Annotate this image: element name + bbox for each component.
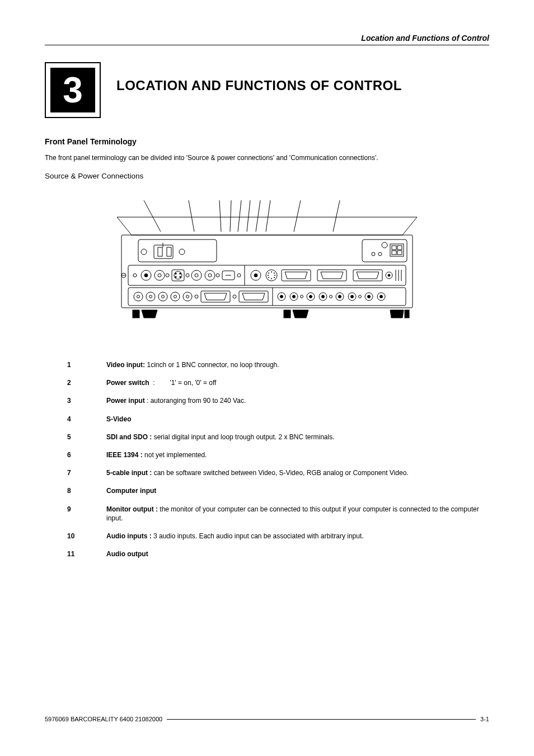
svg-point-34	[154, 270, 165, 280]
item-number: 6	[67, 450, 79, 459]
svg-rect-25	[397, 246, 402, 250]
item-body: SDI and SDO : serial digital input and l…	[106, 433, 489, 442]
item-label: Audio inputs :	[106, 532, 152, 540]
item-label: Computer input	[106, 487, 156, 495]
intro-text: The front panel terminology can be divid…	[45, 154, 489, 162]
list-item: 3 Power input : autoranging from 90 to 2…	[67, 396, 489, 405]
svg-point-77	[137, 295, 140, 298]
item-body: Power switch : '1' = on, '0' = off	[106, 378, 489, 387]
svg-line-10	[333, 200, 340, 232]
svg-point-81	[162, 295, 165, 298]
list-item: 1 Video input: 1cinch or 1 BNC connector…	[67, 360, 489, 369]
svg-point-96	[293, 295, 296, 298]
svg-rect-14	[158, 247, 162, 256]
item-label: IEEE 1394 :	[106, 451, 143, 459]
svg-point-97	[301, 295, 303, 298]
item-number: 10	[67, 532, 79, 541]
list-item: 2 Power switch : '1' = on, '0' = off	[67, 378, 489, 387]
item-body: Audio output	[106, 550, 489, 558]
svg-point-42	[180, 276, 181, 278]
svg-point-22	[378, 252, 382, 256]
svg-point-21	[372, 252, 375, 256]
svg-rect-114	[284, 310, 291, 318]
item-label: Power switch	[106, 379, 149, 387]
svg-rect-117	[405, 310, 409, 318]
svg-point-60	[274, 275, 275, 276]
list-item: 7 5-cable input : can be software switch…	[67, 468, 489, 477]
svg-point-48	[216, 274, 219, 277]
item-desc: can be software switched between Video, …	[154, 469, 409, 477]
item-desc: 3 audio inputs. Each audio input can be …	[153, 532, 364, 540]
svg-point-36	[166, 274, 169, 277]
svg-rect-112	[133, 310, 139, 318]
item-sep: :	[145, 397, 151, 405]
item-body: Audio inputs : 3 audio inputs. Each audi…	[106, 532, 489, 541]
svg-marker-91	[242, 293, 265, 300]
svg-rect-26	[392, 251, 396, 255]
svg-marker-0	[117, 217, 417, 235]
footer-rule	[167, 719, 476, 720]
svg-rect-12	[138, 240, 217, 262]
item-number: 8	[67, 486, 79, 495]
svg-line-8	[266, 200, 270, 232]
svg-point-31	[133, 274, 137, 277]
running-head: Location and Functions of Control	[45, 34, 489, 45]
svg-point-20	[382, 242, 387, 248]
svg-point-83	[174, 295, 177, 298]
svg-point-102	[330, 295, 332, 298]
svg-point-85	[186, 295, 189, 298]
svg-point-84	[183, 292, 192, 301]
item-label: 5-cable input :	[106, 469, 152, 477]
item-desc: not yet implemented.	[144, 451, 207, 459]
svg-point-78	[146, 292, 155, 301]
svg-point-80	[158, 292, 167, 301]
svg-point-38	[174, 271, 182, 279]
chapter-header: 3 LOCATION AND FUNCTIONS OF CONTROL	[45, 62, 489, 118]
svg-line-9	[294, 200, 301, 232]
item-body: Monitor output : the monitor of your com…	[106, 505, 489, 523]
svg-line-6	[247, 200, 250, 232]
svg-point-76	[134, 292, 143, 301]
svg-point-86	[195, 295, 198, 298]
item-label: Video input:	[106, 361, 145, 369]
svg-marker-113	[142, 310, 157, 318]
svg-point-40	[180, 273, 181, 274]
svg-point-39	[175, 273, 176, 274]
svg-point-94	[280, 295, 283, 298]
svg-point-111	[380, 295, 383, 298]
item-desc: autoranging from 90 to 240 Vac.	[151, 397, 246, 405]
svg-marker-65	[285, 272, 307, 279]
svg-point-62	[271, 278, 272, 279]
item-number: 3	[67, 396, 79, 405]
footer-page-number: 3-1	[476, 716, 489, 722]
svg-line-4	[230, 200, 231, 232]
svg-line-5	[238, 200, 241, 232]
section-heading: Front Panel Terminology	[45, 137, 489, 146]
item-label: Monitor output :	[106, 505, 158, 513]
item-label: SDI and SDO :	[106, 433, 152, 441]
svg-point-47	[208, 274, 212, 277]
item-label: Power input	[106, 397, 145, 405]
svg-rect-24	[392, 246, 396, 250]
svg-point-57	[271, 271, 272, 273]
svg-point-43	[186, 274, 189, 277]
svg-point-106	[351, 295, 354, 298]
svg-point-45	[195, 274, 198, 277]
item-number: 1	[67, 360, 79, 369]
list-item: 6 IEEE 1394 : not yet implemented.	[67, 450, 489, 459]
chapter-number-box: 3	[45, 62, 101, 118]
svg-point-61	[268, 277, 269, 278]
chapter-number: 3	[50, 68, 95, 112]
item-body: Computer input	[106, 486, 489, 495]
svg-point-99	[310, 295, 312, 298]
svg-point-54	[254, 274, 257, 277]
list-item: 10 Audio inputs : 3 audio inputs. Each a…	[67, 532, 489, 541]
list-item: 11 Audio output	[67, 550, 489, 558]
svg-rect-28	[128, 265, 406, 285]
page: Location and Functions of Control 3 LOCA…	[0, 0, 534, 756]
item-body: IEEE 1394 : not yet implemented.	[106, 450, 489, 459]
diagram-wrap	[45, 200, 489, 329]
svg-rect-75	[128, 288, 406, 306]
item-number: 5	[67, 433, 79, 442]
list-item: 5 SDI and SDO : serial digital input and…	[67, 433, 489, 442]
